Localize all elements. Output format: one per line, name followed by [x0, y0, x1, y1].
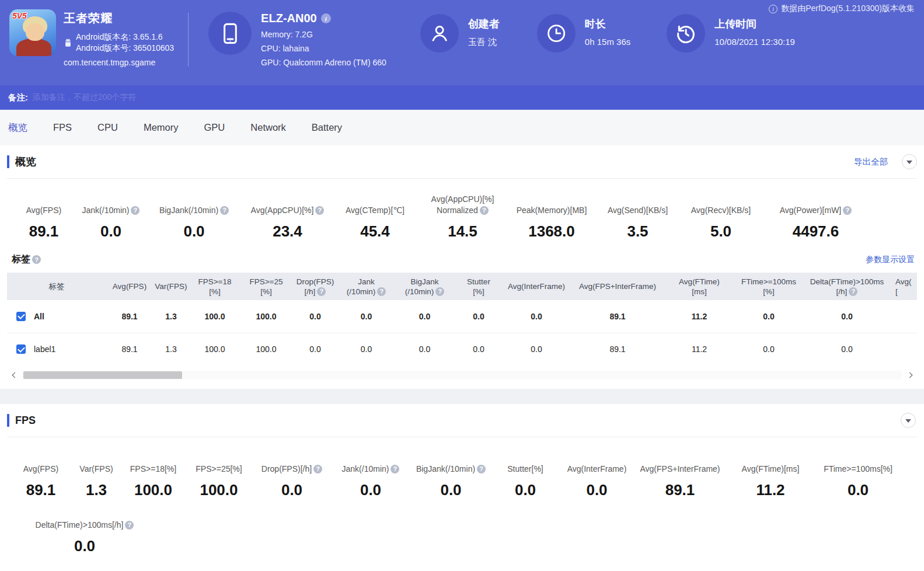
tab-overview[interactable]: 概览	[8, 121, 27, 134]
cell: 1.3	[153, 333, 189, 365]
section-accent-bar	[7, 414, 9, 427]
app-title: 王者荣耀	[64, 11, 174, 26]
app-info: 5V5 王者荣耀 Android版本名: 3.65.1.6 Android版本号…	[9, 9, 174, 67]
app-package: com.tencent.tmgp.sgame	[64, 58, 174, 67]
help-icon[interactable]	[477, 465, 486, 473]
help-icon[interactable]	[125, 521, 134, 530]
upload-info: 上传时间 10/08/2021 12:30:19	[667, 12, 795, 53]
chevron-down-icon	[906, 161, 912, 164]
metric-value: 89.1	[633, 481, 727, 499]
cell: 100.0	[240, 333, 292, 365]
column-header: BigJank(/10min)	[394, 273, 455, 300]
table-row: All 89.1 1.3 100.0 100.0 0.0 0.0 0.0 0.0…	[7, 300, 917, 333]
labels-title: 标签	[12, 253, 30, 266]
metric: Var(FPS) 1.3	[70, 451, 123, 499]
scroll-left-arrow[interactable]	[7, 370, 22, 379]
row-label: label1	[34, 344, 55, 354]
metric: Stutter[%] 0.0	[490, 451, 560, 499]
metric-label: Avg(AppCPU)[%]	[251, 205, 314, 216]
metric-value: 0.0	[146, 222, 242, 241]
fps-title: FPS	[15, 415, 36, 427]
overview-metrics: Avg(FPS) 89.1 Jank(/10min) 0.0 BigJank(/…	[7, 179, 917, 241]
device-info-icon[interactable]	[321, 13, 331, 23]
tab-gpu[interactable]: GPU	[204, 122, 225, 133]
remark-input[interactable]: 添加备注，不超过200个字符	[33, 92, 916, 103]
remark-bar: 备注: 添加备注，不超过200个字符	[0, 85, 924, 110]
android-icon	[64, 38, 72, 48]
help-icon[interactable]	[435, 287, 444, 296]
tab-memory[interactable]: Memory	[144, 122, 179, 133]
horizontal-scrollbar[interactable]	[7, 370, 917, 379]
tab-cpu[interactable]: CPU	[97, 122, 118, 133]
collector-note-text: 数据由PerfDog(5.1.210300)版本收集	[781, 4, 915, 14]
row-checkbox[interactable]	[16, 312, 26, 321]
export-all-link[interactable]: 导出全部	[854, 156, 888, 168]
help-icon[interactable]	[377, 287, 386, 296]
cell: 0.0	[455, 300, 502, 333]
scroll-right-arrow[interactable]	[902, 370, 917, 379]
help-icon[interactable]	[849, 287, 857, 296]
help-icon[interactable]	[220, 206, 229, 215]
creator-label: 创建者	[468, 17, 500, 31]
metric-value: 0.0	[330, 481, 412, 499]
metric-label: Avg(Power)[mW]	[780, 205, 842, 216]
help-icon[interactable]	[315, 206, 324, 215]
metric-value: 11.2	[727, 481, 814, 499]
help-icon[interactable]	[317, 287, 326, 296]
help-icon[interactable]	[32, 255, 41, 264]
metric-label: Avg(FTime)[ms]	[742, 464, 800, 475]
metric-value: 5.0	[680, 222, 762, 241]
metric-value: 100.0	[184, 481, 254, 499]
metric-label: Var(FPS)	[79, 464, 113, 475]
metric-label: FTime>=100ms[%]	[824, 464, 892, 475]
collapse-fps-button[interactable]	[901, 413, 916, 428]
tab-battery[interactable]: Battery	[312, 122, 342, 133]
help-icon[interactable]	[480, 206, 489, 215]
metric: BigJank(/10min) 0.0	[146, 193, 242, 241]
device-gpu: GPU: Qualcomm Adreno (TM) 660	[261, 58, 386, 67]
metric-value: 3.5	[595, 222, 680, 241]
metric-value: 0.0	[12, 537, 158, 555]
metric-label: FPS>=25[%]	[196, 464, 242, 475]
help-icon[interactable]	[843, 206, 852, 215]
creator-value: 玉吾 沈	[468, 37, 500, 48]
metric-value: 0.0	[412, 481, 490, 499]
column-header: Var(FPS)	[153, 273, 189, 300]
cell: 0.0	[292, 333, 339, 365]
column-header: Avg(InterFrame)	[502, 273, 571, 300]
metric-value: 0.0	[76, 222, 146, 241]
cell: 89.1	[571, 300, 664, 333]
cell: 0.0	[339, 300, 394, 333]
metric: Jank(/10min) 0.0	[76, 193, 146, 241]
tab-network[interactable]: Network	[250, 122, 286, 133]
metric-value: 89.1	[12, 481, 70, 499]
row-checkbox[interactable]	[16, 344, 26, 354]
fps-section: FPS Avg(FPS) 89.1 Var(FPS) 1.3 FPS>=18[%…	[0, 404, 924, 558]
tab-fps[interactable]: FPS	[53, 122, 72, 133]
metric: Avg(FPS) 89.1	[12, 451, 70, 499]
fps-metrics-row2: Delta(FTime)>100ms[/h] 0.0	[7, 499, 917, 555]
chevron-down-icon	[905, 419, 911, 423]
parameter-display-settings-link[interactable]: 参数显示设置	[866, 255, 915, 265]
upload-time-value: 10/08/2021 12:30:19	[714, 37, 795, 47]
cell: 89.1	[106, 300, 153, 333]
scrollbar-thumb[interactable]	[23, 371, 182, 379]
metric-value: 14.5	[417, 222, 508, 241]
table-header-row: 标签 Avg(FPS) Var(FPS) FPS>=18[%] FPS>=25[…	[7, 273, 917, 300]
clock-icon	[537, 14, 576, 53]
help-icon[interactable]	[390, 465, 399, 473]
help-icon[interactable]	[313, 465, 322, 473]
scrollbar-track[interactable]	[22, 371, 902, 379]
phone-icon	[208, 12, 252, 55]
metric: FTime>=100ms[%] 0.0	[814, 451, 902, 499]
metric-value: 0.0	[814, 481, 902, 499]
collapse-overview-button[interactable]	[902, 154, 917, 169]
metric-label: Avg(Recv)[KB/s]	[691, 205, 751, 216]
help-icon[interactable]	[131, 206, 140, 215]
metric-value: 1368.0	[508, 222, 595, 241]
column-header: Jank(/10min)	[339, 273, 394, 300]
cell: 1.3	[153, 300, 189, 333]
metric-label: Jank(/10min)	[82, 205, 130, 216]
cell: 0.0	[394, 333, 455, 365]
creator-info: 创建者 玉吾 沈	[420, 12, 500, 53]
